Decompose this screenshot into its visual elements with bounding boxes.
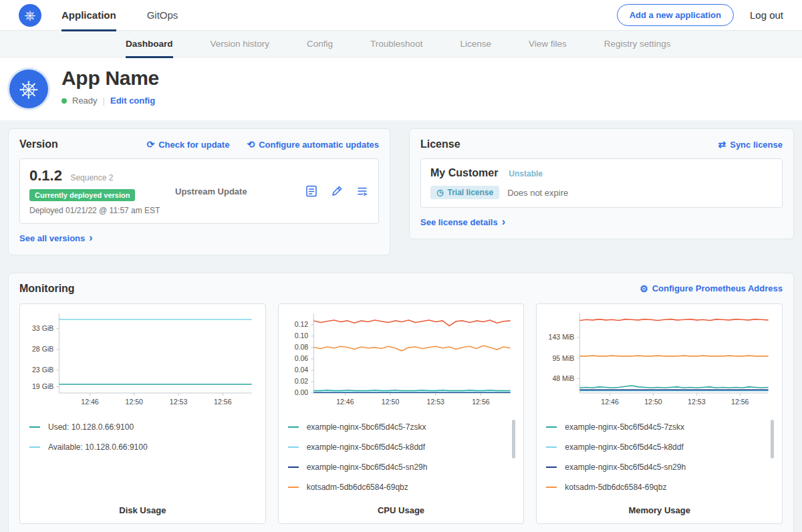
- legend-label: kotsadm-5db6dc6584-69qbz: [307, 483, 408, 492]
- upstream-update-label: Upstream Update: [175, 186, 305, 196]
- see-all-versions-label: See all versions: [19, 233, 85, 243]
- logout-button[interactable]: Log out: [750, 9, 783, 21]
- tab-version-history[interactable]: Version history: [211, 31, 270, 57]
- legend-label: example-nginx-5bc6f5d4c5-sn29h: [565, 462, 686, 472]
- legend-label: Available: 10.128.0.66:9100: [48, 442, 148, 452]
- tab-troubleshoot[interactable]: Troubleshoot: [370, 31, 422, 57]
- version-card-title: Version: [19, 138, 58, 150]
- cpu-usage-plot: 0.120.100.080.060.040.020.0012:4612:5012…: [287, 311, 516, 413]
- add-application-button[interactable]: Add a new application: [617, 4, 734, 26]
- top-nav: ⎈ Application GitOps Add a new applicati…: [0, 0, 802, 31]
- tab-troubleshoot-label: Troubleshoot: [370, 39, 422, 49]
- sequence-label: Sequence 2: [70, 173, 113, 182]
- svg-text:23 GiB: 23 GiB: [32, 366, 53, 374]
- tab-gitops[interactable]: GitOps: [147, 0, 178, 31]
- check-for-update-link[interactable]: ⟳ Check for update: [146, 140, 229, 150]
- legend-item: kotsadm-5db6dc6584-69qbz: [287, 477, 516, 497]
- cpu-usage-chart-panel: 0.120.100.080.060.040.020.0012:4612:5012…: [278, 303, 525, 524]
- svg-text:143 MiB: 143 MiB: [549, 333, 575, 341]
- tab-registry-settings-label: Registry settings: [604, 39, 671, 49]
- license-card: License ⇄ Sync license My Customer Unsta…: [409, 128, 794, 239]
- configure-prometheus-link[interactable]: ⚙ Configure Prometheus Address: [640, 283, 783, 293]
- tab-view-files[interactable]: View files: [529, 31, 567, 57]
- svg-text:0.06: 0.06: [294, 354, 308, 362]
- legend-label: example-nginx-5bc6f5d4c5-sn29h: [307, 462, 428, 472]
- status-text: Ready: [72, 96, 98, 106]
- tab-application[interactable]: Application: [61, 0, 116, 31]
- license-panel: My Customer Unstable ◷ Trial license Doe…: [420, 158, 783, 208]
- legend-swatch: [29, 426, 40, 428]
- license-detail-row: ◷ Trial license Does not expire: [430, 186, 773, 199]
- svg-text:12:53: 12:53: [688, 398, 706, 406]
- svg-text:0.12: 0.12: [294, 320, 308, 328]
- legend-item: example-nginx-5bc6f5d4c5-sn29h: [287, 457, 516, 477]
- sync-license-link[interactable]: ⇄ Sync license: [718, 140, 783, 150]
- legend-scrollbar[interactable]: [771, 420, 774, 458]
- legend-item: example-nginx-5bc6f5d4c5-k8ddf: [287, 437, 516, 457]
- legend-swatch: [546, 467, 557, 468]
- cpu-usage-legend: example-nginx-5bc6f5d4c5-7zskxexample-ng…: [287, 417, 516, 503]
- legend-swatch: [546, 426, 557, 428]
- helm-icon: ⎈: [19, 75, 39, 103]
- see-license-details-label: See license details: [420, 217, 498, 227]
- legend-item: kotsadm-5db6dc6584-69qbz: [545, 477, 774, 497]
- kubernetes-logo[interactable]: ⎈: [19, 4, 41, 27]
- svg-text:12:53: 12:53: [426, 398, 444, 406]
- tab-dashboard-label: Dashboard: [126, 39, 173, 49]
- memory-usage-chart-panel: 143 MiB95 MiB48 MiB12:4612:5012:5312:56 …: [536, 303, 783, 524]
- trial-license-badge: ◷ Trial license: [430, 186, 499, 199]
- svg-text:12:50: 12:50: [382, 398, 400, 406]
- legend-scrollbar[interactable]: [512, 420, 515, 458]
- chart-title: CPU Usage: [287, 505, 516, 515]
- version-card: Version ⟳ Check for update ⟲ Configure a…: [8, 128, 390, 255]
- legend-swatch: [288, 487, 299, 488]
- configure-automatic-updates-link[interactable]: ⟲ Configure automatic updates: [247, 140, 379, 150]
- trial-license-label: Trial license: [447, 188, 493, 197]
- tab-version-history-label: Version history: [211, 39, 270, 49]
- legend-swatch: [546, 487, 557, 488]
- svg-text:12:56: 12:56: [472, 398, 490, 406]
- chart-title: Memory Usage: [545, 505, 774, 515]
- legend-item: example-nginx-5bc6f5d4c5-sn29h: [545, 457, 774, 477]
- configure-automatic-updates-label: Configure automatic updates: [259, 140, 379, 150]
- legend-label: example-nginx-5bc6f5d4c5-7zskx: [565, 422, 684, 432]
- tab-registry-settings[interactable]: Registry settings: [604, 31, 671, 57]
- checklist-icon[interactable]: [305, 184, 318, 198]
- legend-swatch: [288, 467, 299, 468]
- edit-config-link[interactable]: Edit config: [110, 96, 155, 106]
- tab-application-label: Application: [61, 9, 116, 21]
- legend-label: Used: 10.128.0.66:9100: [48, 422, 134, 432]
- legend-label: example-nginx-5bc6f5d4c5-7zskx: [307, 422, 426, 432]
- memory-usage-legend: example-nginx-5bc6f5d4c5-7zskxexample-ng…: [545, 417, 774, 503]
- app-status-row: Ready | Edit config: [61, 96, 159, 106]
- tab-config[interactable]: Config: [307, 31, 333, 57]
- svg-text:12:56: 12:56: [214, 398, 232, 406]
- edit-config-icon[interactable]: [330, 184, 344, 198]
- svg-text:12:46: 12:46: [602, 398, 620, 406]
- legend-label: kotsadm-5db6dc6584-69qbz: [565, 483, 666, 492]
- see-license-details-link[interactable]: See license details ›: [420, 217, 505, 227]
- see-all-versions-link[interactable]: See all versions ›: [19, 233, 93, 243]
- sync-icon: ⇄: [718, 140, 726, 149]
- tab-dashboard[interactable]: Dashboard: [126, 31, 173, 57]
- svg-text:0.00: 0.00: [294, 388, 308, 396]
- app-header: ⎈ App Name Ready | Edit config: [0, 57, 802, 120]
- diff-icon[interactable]: [356, 184, 369, 198]
- legend-label: example-nginx-5bc6f5d4c5-k8ddf: [307, 442, 425, 452]
- license-card-title: License: [420, 138, 460, 150]
- svg-text:28 GiB: 28 GiB: [32, 345, 53, 353]
- deployed-date: Deployed 01/21/22 @ 11:57 am EST: [29, 206, 175, 215]
- svg-text:48 MiB: 48 MiB: [553, 374, 575, 382]
- version-card-header: Version ⟳ Check for update ⟲ Configure a…: [19, 138, 379, 150]
- svg-text:0.08: 0.08: [294, 343, 308, 351]
- legend-swatch: [546, 446, 557, 448]
- legend-item: example-nginx-5bc6f5d4c5-7zskx: [287, 417, 516, 437]
- svg-text:0.10: 0.10: [294, 331, 308, 340]
- app-header-text: App Name Ready | Edit config: [61, 67, 159, 106]
- legend-item: example-nginx-5bc6f5d4c5-k8ddf: [545, 437, 774, 457]
- monitoring-header: Monitoring ⚙ Configure Prometheus Addres…: [19, 283, 783, 295]
- tab-license[interactable]: License: [460, 31, 491, 57]
- disk-usage-chart-panel: 33 GiB28 GiB23 GiB19 GiB12:4612:5012:531…: [19, 303, 266, 524]
- svg-text:0.04: 0.04: [294, 366, 308, 374]
- sync-license-label: Sync license: [730, 140, 783, 150]
